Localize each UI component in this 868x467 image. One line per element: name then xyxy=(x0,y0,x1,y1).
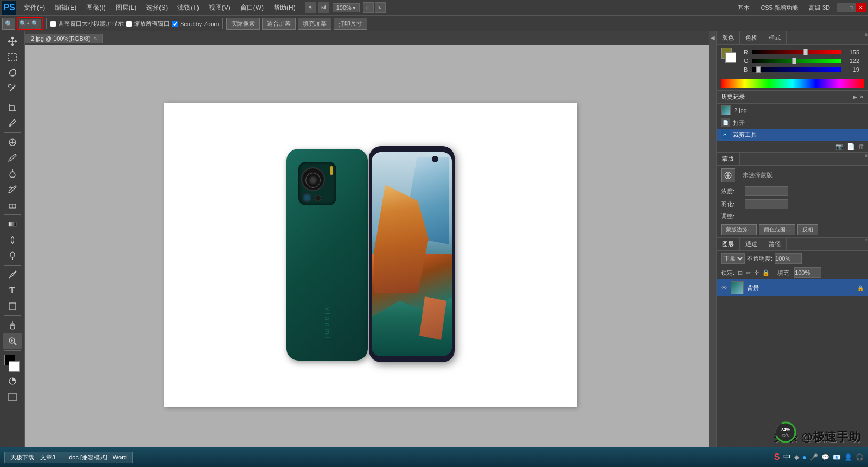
color-selector[interactable] xyxy=(4,355,21,371)
menu-window[interactable]: 窗口(W) xyxy=(236,2,268,14)
cb-scrubby-input[interactable] xyxy=(172,21,178,27)
menu-select[interactable]: 选择(S) xyxy=(142,2,172,14)
mask-tab[interactable]: 蒙版 xyxy=(717,153,740,165)
b-thumb[interactable] xyxy=(756,66,761,73)
minimize-button[interactable]: ─ xyxy=(837,3,846,12)
mask-invert-btn[interactable]: 反相 xyxy=(797,224,818,235)
marquee-tool[interactable] xyxy=(3,49,22,65)
bridge-icon[interactable]: Br xyxy=(305,2,316,13)
tray-icon-3[interactable]: 🎤 xyxy=(810,453,818,461)
history-new-icon[interactable]: 📄 xyxy=(847,143,855,150)
clone-tool[interactable] xyxy=(3,166,22,181)
mask-density-input[interactable] xyxy=(745,186,788,196)
tray-icon-5[interactable]: 📧 xyxy=(833,453,841,461)
mini-bridge-icon[interactable]: Ml xyxy=(318,2,329,13)
add-pixel-mask-btn[interactable] xyxy=(721,168,735,182)
fill-screen-button[interactable]: 填充屏幕 xyxy=(298,18,331,30)
history-collapse-icon[interactable]: ✕ xyxy=(859,94,864,100)
gradient-tool[interactable] xyxy=(3,217,22,232)
shape-tool[interactable] xyxy=(3,299,22,314)
fit-screen-button[interactable]: 适合屏幕 xyxy=(262,18,296,30)
actual-pixels-button[interactable]: 实际像素 xyxy=(226,18,260,30)
tray-icon-6[interactable]: 👤 xyxy=(844,453,852,461)
g-thumb[interactable] xyxy=(792,58,796,64)
quick-mask-button[interactable] xyxy=(3,374,22,389)
layers-tab[interactable]: 图层 xyxy=(717,238,740,250)
menu-image[interactable]: 图像(I) xyxy=(82,2,110,14)
zoom-tool-left[interactable] xyxy=(3,333,22,349)
cb-zoom-all-input[interactable] xyxy=(126,21,132,27)
history-item-0[interactable]: 2.jpg xyxy=(717,104,868,117)
eyedropper-tool[interactable] xyxy=(3,116,22,131)
magic-wand-tool[interactable] xyxy=(3,81,22,96)
heal-tool[interactable] xyxy=(3,135,22,150)
mask-edge-btn[interactable]: 蒙版边缘... xyxy=(721,224,757,235)
crop-tool[interactable] xyxy=(3,100,22,115)
history-menu-icon[interactable]: ▶ xyxy=(853,94,857,100)
screen-mode-button[interactable] xyxy=(3,389,22,405)
tray-icon-1[interactable]: ◆ xyxy=(794,453,799,461)
zoom-in-button[interactable]: 🔍+ xyxy=(19,19,30,29)
close-button[interactable]: ✕ xyxy=(856,3,866,12)
layer-visibility-icon[interactable]: 👁 xyxy=(721,284,727,292)
menu-edit[interactable]: 编辑(E) xyxy=(50,2,81,14)
history-item-2[interactable]: ✂ 裁剪工具 xyxy=(717,129,868,141)
zoom-tool-icon[interactable]: 🔍 xyxy=(2,18,15,30)
lock-pixels-icon[interactable]: ✏ xyxy=(746,269,751,276)
canvas-content[interactable]: xiaomi xyxy=(25,45,716,465)
color-panel-collapse[interactable]: ≡ xyxy=(865,31,868,44)
channels-tab[interactable]: 通道 xyxy=(740,238,763,250)
lock-transparency-icon[interactable]: ⊡ xyxy=(738,269,743,276)
input-icon[interactable]: 中 xyxy=(783,452,791,462)
mode-3d[interactable]: 高级 3D xyxy=(805,3,834,13)
background-color[interactable] xyxy=(9,361,20,372)
zoom-out-button[interactable]: 🔍- xyxy=(30,19,41,29)
lock-all-icon[interactable]: 🔒 xyxy=(762,269,770,276)
cb-scrubby-zoom[interactable]: Scrubby Zoom xyxy=(172,21,219,27)
mask-color-range-btn[interactable]: 颜色范围... xyxy=(759,224,795,235)
styles-tab[interactable]: 样式 xyxy=(763,31,787,44)
layer-item-background[interactable]: 👁 背景 🔒 xyxy=(717,279,868,296)
zoom-indicator[interactable]: 100% ▾ xyxy=(333,3,360,12)
menu-layer[interactable]: 图层(L) xyxy=(111,2,141,14)
history-delete-icon[interactable]: 🗑 xyxy=(858,143,865,150)
tray-icon-7[interactable]: 🎧 xyxy=(856,453,864,461)
tray-icon-4[interactable]: 💬 xyxy=(821,453,829,461)
fill-input[interactable] xyxy=(794,267,821,278)
history-snapshot-icon[interactable]: 📷 xyxy=(835,143,844,150)
mode-basic[interactable]: 基本 xyxy=(733,3,754,13)
tray-icon-2[interactable]: ● xyxy=(802,453,807,462)
eraser-tool[interactable] xyxy=(3,198,22,213)
cb-zoom-all[interactable]: 缩放所有窗口 xyxy=(126,20,170,28)
swatches-tab[interactable]: 色板 xyxy=(740,31,763,44)
lock-position-icon[interactable]: ✛ xyxy=(754,269,759,276)
dodge-tool[interactable] xyxy=(3,248,22,263)
layer-panel-collapse[interactable]: ≡ xyxy=(865,238,868,250)
menu-file[interactable]: 文件(F) xyxy=(20,2,49,14)
color-spectrum-bar[interactable] xyxy=(721,79,864,88)
g-slider[interactable] xyxy=(752,59,841,63)
pen-tool[interactable] xyxy=(3,267,22,282)
r-thumb[interactable] xyxy=(803,49,808,55)
text-tool[interactable]: T xyxy=(3,283,22,298)
cb-adjust-input[interactable] xyxy=(50,21,56,27)
b-slider[interactable] xyxy=(752,67,841,72)
history-item-1[interactable]: 📄 打开 xyxy=(717,117,868,129)
bg-swatch[interactable] xyxy=(725,52,736,63)
blend-mode-select[interactable]: 正常 xyxy=(721,253,745,264)
move-tool[interactable] xyxy=(3,34,22,49)
paths-tab[interactable]: 路径 xyxy=(763,238,787,250)
color-tab[interactable]: 颜色 xyxy=(717,31,740,44)
print-size-button[interactable]: 打印尺寸 xyxy=(334,18,367,30)
panel-collapse-strip[interactable]: ◀ xyxy=(709,31,716,467)
lasso-tool[interactable] xyxy=(3,65,22,80)
mask-panel-collapse[interactable]: ≡ xyxy=(865,153,868,165)
menu-view[interactable]: 视图(V) xyxy=(205,2,235,14)
brush-tool[interactable] xyxy=(3,150,22,166)
menu-filter[interactable]: 滤镜(T) xyxy=(173,2,203,14)
cb-adjust-window[interactable]: 调整窗口大小以满屏显示 xyxy=(50,20,124,28)
arrange-icon[interactable]: ⊞ xyxy=(363,2,374,13)
opacity-input[interactable] xyxy=(775,253,802,264)
color-swatches[interactable] xyxy=(721,48,736,63)
maximize-button[interactable]: □ xyxy=(846,3,856,12)
